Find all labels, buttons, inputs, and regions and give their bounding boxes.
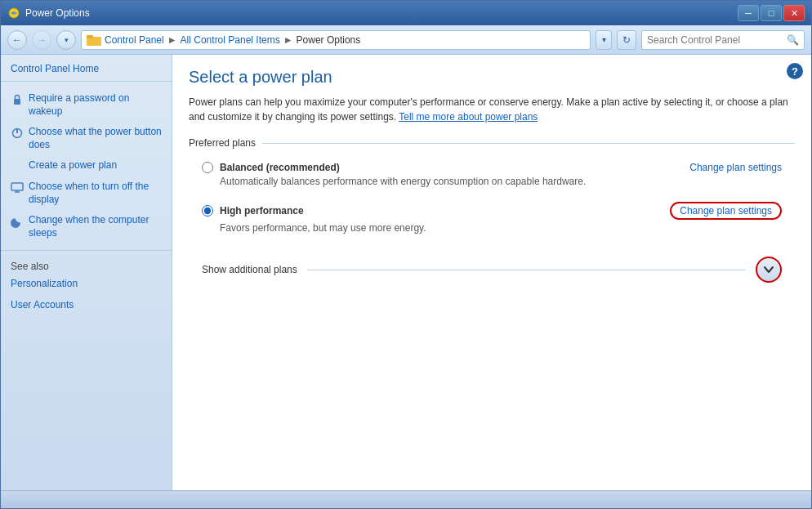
title-bar: Power Options ─ □ ✕ <box>1 1 811 25</box>
sidebar: Control Panel Home Require a password on… <box>1 55 172 490</box>
svg-rect-3 <box>14 99 20 105</box>
plan-radio-high-performance[interactable] <box>202 205 213 217</box>
close-button[interactable]: ✕ <box>783 5 805 21</box>
sidebar-item-power-button[interactable]: Choose what the power button does <box>1 122 172 155</box>
sidebar-item-computer-sleeps[interactable]: Change when the computer sleeps <box>1 210 172 243</box>
see-also-label: See also <box>1 257 172 274</box>
title-bar-text: Power Options <box>25 7 90 19</box>
sidebar-divider-1 <box>1 81 172 82</box>
plan-item-high-performance: High performance Change plan settings Fa… <box>189 195 795 240</box>
main-content: Control Panel Home Require a password on… <box>1 55 811 490</box>
window: Power Options ─ □ ✕ ← → ▾ Control Panel … <box>0 0 812 509</box>
plan-label-row-high-perf: High performance <box>202 205 304 217</box>
sidebar-item-create-plan[interactable]: Create a power plan <box>1 155 172 176</box>
help-button[interactable]: ? <box>787 63 803 79</box>
additional-plans-row: Show additional plans <box>189 257 795 283</box>
change-settings-balanced[interactable]: Change plan settings <box>689 162 782 173</box>
plan-label-row-balanced: Balanced (recommended) <box>202 162 340 173</box>
change-settings-highlight: Change plan settings <box>670 202 782 220</box>
sidebar-item-user-accounts[interactable]: User Accounts <box>1 295 172 316</box>
minimize-button[interactable]: ─ <box>738 5 759 21</box>
back-button[interactable]: ← <box>7 30 27 50</box>
description-link[interactable]: Tell me more about power plans <box>399 111 538 123</box>
additional-plans-line <box>307 270 746 270</box>
breadcrumb-bar: Control Panel ► All Control Panel Items … <box>81 30 591 50</box>
refresh-button[interactable]: ↻ <box>617 30 636 50</box>
title-bar-left: Power Options <box>7 7 90 20</box>
window-icon <box>7 7 20 20</box>
search-box: 🔍 <box>641 30 805 50</box>
plan-item-balanced: Balanced (recommended) Change plan setti… <box>189 155 795 194</box>
sidebar-item-turn-off-display[interactable]: Choose when to turn off the display <box>1 176 172 210</box>
content-area: ? Select a power plan Power plans can he… <box>172 55 811 490</box>
plan-row-balanced: Balanced (recommended) Change plan setti… <box>202 162 782 173</box>
sidebar-divider-2 <box>1 250 172 251</box>
plans-section: Preferred plans Balanced (recommended) C… <box>189 137 795 240</box>
additional-plans-label: Show additional plans <box>202 264 297 275</box>
address-bar: ← → ▾ Control Panel ► All Control Panel … <box>1 25 811 55</box>
change-settings-high-performance[interactable]: Change plan settings <box>680 205 772 217</box>
search-icon[interactable]: 🔍 <box>787 34 799 46</box>
address-dropdown-button[interactable]: ▾ <box>596 30 612 50</box>
sidebar-item-require-password[interactable]: Require a password on wakeup <box>1 88 172 122</box>
plan-radio-balanced[interactable] <box>202 162 213 173</box>
sidebar-home-link[interactable]: Control Panel Home <box>1 56 109 81</box>
plan-name-high-performance: High performance <box>220 205 304 217</box>
breadcrumb-control-panel[interactable]: Control Panel <box>105 34 164 46</box>
page-description: Power plans can help you maximize your c… <box>189 95 795 124</box>
power-icon <box>11 127 24 140</box>
lock-icon <box>11 93 24 106</box>
plans-header: Preferred plans <box>189 137 795 149</box>
title-bar-buttons: ─ □ ✕ <box>738 5 805 21</box>
monitor-icon <box>11 181 24 194</box>
plan-desc-balanced: Automatically balances performance with … <box>220 176 782 187</box>
plan-row-high-perf: High performance Change plan settings <box>202 202 782 220</box>
breadcrumb-power-options: Power Options <box>297 34 361 46</box>
expand-plans-button[interactable] <box>756 257 782 283</box>
plan-desc-high-performance: Favors performance, but may use more ene… <box>220 222 782 234</box>
sidebar-item-personalization[interactable]: Personalization <box>1 274 172 295</box>
folder-icon <box>87 33 101 47</box>
breadcrumb-sep-1: ► <box>167 34 177 46</box>
status-bar <box>1 490 811 508</box>
moon-icon <box>11 215 24 228</box>
svg-rect-2 <box>87 35 93 38</box>
forward-button[interactable]: → <box>32 30 51 50</box>
maximize-button[interactable]: □ <box>761 5 782 21</box>
plan-name-balanced: Balanced (recommended) <box>220 162 340 173</box>
svg-rect-6 <box>11 183 23 190</box>
breadcrumb-sep-2: ► <box>283 34 293 46</box>
chevron-down-icon <box>763 264 774 275</box>
search-input[interactable] <box>647 34 783 46</box>
recent-pages-button[interactable]: ▾ <box>56 30 76 50</box>
breadcrumb-all-items[interactable]: All Control Panel Items <box>181 34 280 46</box>
page-title: Select a power plan <box>189 68 795 87</box>
